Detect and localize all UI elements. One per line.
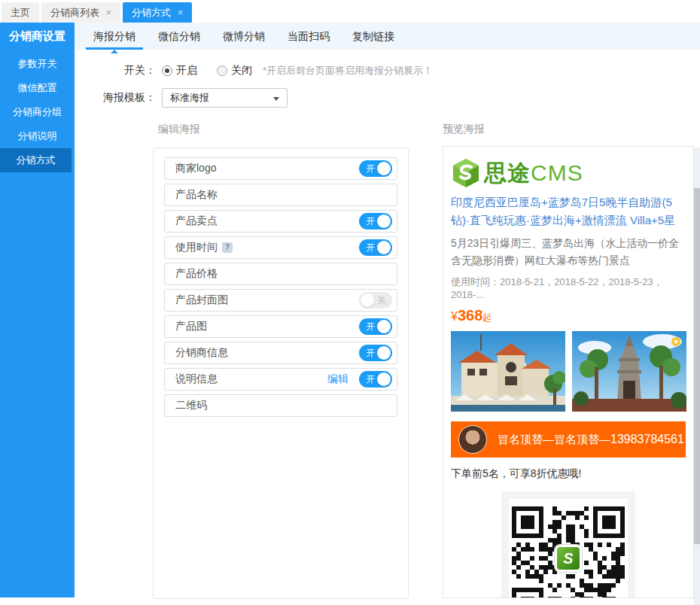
chevron-down-icon [273, 97, 279, 101]
toggle-use-time[interactable]: 开 [359, 239, 392, 256]
edit-item-merchant-logo: 商家logo 开 [164, 157, 397, 180]
template-label: 海报模板： [75, 91, 156, 105]
preview-panel: 思途 CMS 印度尼西亚巴厘岛+蓝梦岛7日5晚半自助游(5钻)·直飞纯玩惠·蓝梦… [443, 146, 694, 598]
toggle-knob [377, 320, 391, 333]
editor-panel: 商家logo 开 产品名称 产品卖点 开 使用时间 ? 开 产品价格 产品封面图… [153, 147, 409, 599]
edit-item-label: 使用时间 [175, 241, 218, 254]
sidebar-item-distribution-notes[interactable]: 分销说明 [0, 124, 75, 148]
help-icon[interactable]: ? [222, 242, 233, 253]
edit-item-label: 商家logo [175, 162, 216, 175]
edit-item-label: 产品封面图 [175, 293, 228, 307]
window-tab-label: 主页 [11, 6, 30, 20]
distributor-phone: 13983784561 [610, 433, 684, 446]
scrollbar-thumb[interactable] [694, 188, 700, 544]
toggle-distributor-info[interactable]: 开 [359, 345, 392, 361]
edit-item-cover-image: 产品封面图 关 [164, 289, 397, 312]
brand-logo: 思途 CMS [451, 157, 686, 189]
radio-off-label[interactable]: 关闭 [231, 64, 252, 78]
edit-item-distributor-info: 分销商信息 开 [164, 342, 397, 364]
toggle-product-image[interactable]: 开 [359, 318, 392, 335]
product-image-building [451, 331, 565, 412]
window-tab-distributor-list[interactable]: 分销商列表 × [41, 2, 120, 23]
edit-item-description-info: 说明信息 编辑 开 [164, 368, 397, 391]
edit-item-label: 产品卖点 [175, 214, 218, 228]
window-tab-distribution-method[interactable]: 分销方式 × [123, 2, 192, 23]
tab-wechat-distribution[interactable]: 微信分销 [154, 23, 205, 50]
situ-cms-logo-icon [451, 158, 481, 188]
edit-item-product-price: 产品价格 [164, 263, 397, 285]
template-row: 海报模板： 标准海报 [75, 88, 288, 108]
sidebar: 分销商设置 参数开关 微信配置 分销商分组 分销说明 分销方式 [0, 23, 75, 597]
window-tab-label: 分销商列表 [50, 6, 99, 20]
toggle-knob [377, 162, 391, 175]
price-suffix: 起 [482, 312, 492, 323]
toggle-knob [377, 372, 391, 386]
toggle-selling-point[interactable]: 开 [359, 213, 392, 230]
close-icon[interactable]: × [178, 8, 183, 17]
toggle-merchant-logo[interactable]: 开 [359, 160, 392, 177]
toggle-cover-image[interactable]: 关 [359, 292, 392, 309]
toggle-description-info[interactable]: 开 [359, 371, 392, 388]
brand-name: 思途 [484, 158, 531, 189]
tab-weibo-distribution[interactable]: 微博分销 [218, 23, 269, 50]
sidebar-item-distributor-groups[interactable]: 分销商分组 [0, 100, 75, 124]
promo-note: 下单前5名，可享8折优惠哦! [451, 467, 686, 481]
distributor-name: 冒名顶替—冒名顶替— [498, 433, 610, 447]
brand-suffix: CMS [531, 160, 583, 186]
sidebar-header: 分销商设置 [0, 23, 75, 50]
edit-item-qrcode: 二维码 [164, 394, 397, 417]
qr-section: S [501, 491, 635, 598]
product-selling-point: 5月23日引爆周三、蓝梦岛出海（水上活动一价全含无隐形消费）网红大瀑布等热门景点 [451, 235, 686, 269]
tab-copy-link[interactable]: 复制链接 [348, 23, 399, 50]
product-price: ¥368起 [451, 307, 686, 324]
edit-item-use-time: 使用时间 ? 开 [164, 236, 397, 259]
distributor-bar: 冒名顶替—冒名顶替— 13983784561 [451, 421, 686, 458]
edit-item-label: 二维码 [175, 399, 207, 412]
window-tab-home[interactable]: 主页 [2, 2, 39, 23]
edit-item-label: 产品名称 [175, 188, 218, 202]
edit-item-selling-point: 产品卖点 开 [164, 210, 397, 233]
qr-center-logo-icon: S [555, 545, 582, 572]
product-title: 印度尼西亚巴厘岛+蓝梦岛7日5晚半自助游(5钻)·直飞纯玩惠·蓝梦出海+激情漂流… [451, 193, 686, 230]
edit-item-label: 产品图 [175, 320, 207, 333]
sidebar-item-parameter-switch[interactable]: 参数开关 [0, 52, 75, 76]
edit-item-label: 分销商信息 [175, 346, 228, 360]
tab-poster-distribution[interactable]: 海报分销 [89, 23, 140, 50]
sidebar-item-distribution-method[interactable]: 分销方式 [0, 148, 72, 172]
close-icon[interactable]: × [106, 8, 111, 17]
sidebar-item-wechat-config[interactable]: 微信配置 [0, 76, 75, 100]
radio-off[interactable] [217, 65, 227, 76]
qr-background: S [509, 499, 628, 598]
window-tab-label: 分销方式 [132, 6, 171, 20]
select-value: 标准海报 [170, 91, 209, 105]
toggle-knob [377, 346, 391, 360]
tab-face-to-face-scan[interactable]: 当面扫码 [283, 23, 334, 50]
edit-description-link[interactable]: 编辑 [327, 372, 348, 386]
window-tabbar: 主页 分销商列表 × 分销方式 × [0, 0, 700, 23]
price-currency: ¥ [451, 310, 458, 323]
radio-on[interactable] [162, 65, 172, 76]
edit-item-product-image: 产品图 开 [164, 315, 397, 338]
product-image-temple [572, 331, 686, 412]
edit-item-product-name: 产品名称 [164, 184, 397, 206]
price-value: 368 [458, 307, 482, 324]
product-images [451, 331, 686, 412]
poster-template-select[interactable]: 标准海报 [162, 88, 288, 108]
product-use-time: 使用时间：2018-5-21，2018-5-22，2018-5-23，2018-… [451, 275, 686, 300]
distributor-avatar [458, 425, 487, 454]
switch-row: 开关： 开启 关闭 *开启后前台页面将启用海报分销展示！ [75, 63, 433, 78]
switch-note: *开启后前台页面将启用海报分销展示！ [263, 64, 433, 78]
preview-section-title: 预览海报 [443, 123, 485, 136]
edit-item-label: 产品价格 [175, 267, 218, 281]
edit-item-label: 说明信息 [175, 372, 218, 386]
editor-section-title: 编辑海报 [158, 123, 200, 136]
toggle-knob [361, 293, 374, 307]
radio-on-label[interactable]: 开启 [176, 64, 197, 78]
toggle-knob [377, 241, 391, 254]
toggle-knob [377, 214, 391, 228]
qr-code: S [512, 506, 625, 598]
nav-tabbar: 海报分销 微信分销 微博分销 当面扫码 复制链接 [75, 23, 700, 50]
switch-label: 开关： [75, 64, 156, 78]
